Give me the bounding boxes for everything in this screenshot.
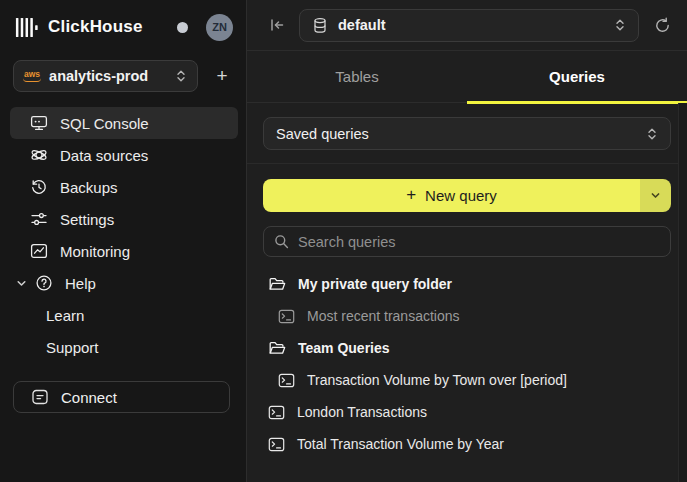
sidebar-item-label: Learn	[46, 307, 84, 324]
avatar[interactable]: ZN	[206, 14, 233, 41]
query-icon	[268, 405, 285, 420]
settings-icon	[30, 210, 48, 228]
query-icon	[278, 309, 295, 324]
query-item-london-transactions[interactable]: London Transactions	[263, 396, 671, 428]
query-list: My private query folderMost recent trans…	[263, 268, 671, 460]
queries-panel: default TablesQueries Saved queries	[247, 0, 687, 482]
query-item-total-transaction-volume-by-year[interactable]: Total Transaction Volume by Year	[263, 428, 671, 460]
query-icon	[278, 373, 295, 388]
aws-icon: aws	[24, 70, 40, 82]
panel-content: Saved queries + New query	[247, 103, 687, 482]
folder-open-icon	[268, 276, 286, 292]
tab-queries[interactable]: Queries	[467, 51, 687, 102]
backups-icon	[30, 178, 48, 196]
clickhouse-logo-icon	[14, 15, 39, 40]
tab-label: Queries	[549, 68, 605, 85]
scrollbar[interactable]	[678, 103, 687, 482]
connect-button[interactable]: Connect	[13, 381, 230, 413]
help-icon	[35, 274, 53, 292]
new-query-button[interactable]: + New query	[263, 179, 671, 212]
chevron-updown-icon	[175, 69, 187, 83]
sidebar-item-help[interactable]: Help	[10, 267, 238, 299]
sidebar-item-data-sources[interactable]: Data sources	[10, 139, 238, 171]
saved-queries-section: Saved queries	[247, 117, 687, 164]
add-service-button[interactable]: +	[206, 60, 238, 92]
brand-title: ClickHouse	[48, 17, 143, 37]
sidebar: ClickHouse ZN aws analytics-prod + SQL C…	[0, 0, 247, 482]
sidebar-item-label: Help	[65, 275, 96, 292]
query-item-transaction-volume-by-town-over-period[interactable]: Transaction Volume by Town over [period]	[263, 364, 671, 396]
tab-bar: TablesQueries	[247, 51, 687, 103]
search-queries-box	[263, 226, 671, 257]
query-folder-label: My private query folder	[298, 276, 452, 292]
sidebar-item-label: SQL Console	[60, 115, 149, 132]
sidebar-item-settings[interactable]: Settings	[10, 203, 238, 235]
tab-tables[interactable]: Tables	[247, 51, 467, 102]
service-row: aws analytics-prod +	[0, 54, 246, 92]
brand-row: ClickHouse ZN	[0, 0, 246, 54]
new-query-main[interactable]: + New query	[263, 179, 640, 212]
sidebar-item-label: Settings	[60, 211, 114, 228]
sidebar-item-monitoring[interactable]: Monitoring	[10, 235, 238, 267]
sidebar-item-label: Backups	[60, 179, 118, 196]
query-icon	[268, 437, 285, 452]
connect-label: Connect	[61, 389, 117, 406]
chevron-updown-icon	[646, 127, 658, 141]
query-folder-label: Team Queries	[298, 340, 390, 356]
collapse-panel-icon[interactable]	[268, 16, 286, 34]
connect-icon	[31, 388, 49, 406]
chevron-updown-icon	[614, 18, 626, 32]
new-query-label: New query	[425, 187, 497, 204]
database-name: default	[338, 17, 604, 33]
service-name: analytics-prod	[49, 68, 166, 84]
query-folder-my-private-query-folder[interactable]: My private query folder	[263, 268, 671, 300]
sidebar-item-learn[interactable]: Learn	[10, 299, 238, 331]
search-icon	[274, 234, 289, 249]
tab-label: Tables	[335, 68, 378, 85]
query-item-label: Total Transaction Volume by Year	[297, 436, 504, 452]
panel-topbar: default	[247, 0, 687, 51]
query-item-most-recent-transactions[interactable]: Most recent transactions	[263, 300, 671, 332]
service-selector[interactable]: aws analytics-prod	[13, 60, 198, 92]
sidebar-item-sql-console[interactable]: SQL Console	[10, 107, 238, 139]
query-item-label: Most recent transactions	[307, 308, 460, 324]
data-sources-icon	[30, 146, 48, 164]
status-dot	[177, 22, 188, 33]
database-icon	[312, 17, 328, 34]
database-selector[interactable]: default	[299, 9, 639, 42]
plus-icon: +	[406, 185, 416, 205]
saved-queries-selector[interactable]: Saved queries	[263, 117, 671, 150]
sidebar-nav: SQL ConsoleData sourcesBackupsSettingsMo…	[0, 107, 246, 363]
folder-open-icon	[268, 340, 286, 356]
search-queries-input[interactable]	[298, 234, 660, 250]
sidebar-item-label: Data sources	[60, 147, 148, 164]
saved-queries-label: Saved queries	[276, 126, 636, 142]
new-query-dropdown-button[interactable]	[640, 179, 671, 212]
chevron-down-icon	[16, 278, 27, 289]
console-icon	[30, 114, 48, 132]
sidebar-item-support[interactable]: Support	[10, 331, 238, 363]
monitoring-icon	[30, 242, 48, 260]
query-folder-team-queries[interactable]: Team Queries	[263, 332, 671, 364]
sidebar-item-label: Support	[46, 339, 99, 356]
query-item-label: London Transactions	[297, 404, 427, 420]
sidebar-item-backups[interactable]: Backups	[10, 171, 238, 203]
sidebar-item-label: Monitoring	[60, 243, 130, 260]
refresh-icon[interactable]	[652, 15, 673, 36]
chevron-down-icon	[650, 190, 661, 201]
query-item-label: Transaction Volume by Town over [period]	[307, 372, 567, 388]
